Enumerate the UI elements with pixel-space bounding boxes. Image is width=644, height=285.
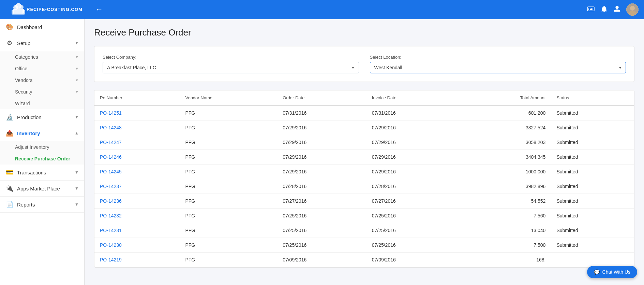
keyboard-icon[interactable] — [587, 5, 595, 15]
sidebar-sub-categories[interactable]: Categories ▼ — [0, 51, 84, 63]
po-number-cell[interactable]: PO-14219 — [94, 253, 180, 267]
po-number-cell[interactable]: PO-14230 — [94, 238, 180, 253]
back-button[interactable]: ← — [93, 4, 106, 15]
sidebar-item-dashboard[interactable]: 🎨 Dashboard — [0, 19, 84, 35]
location-label: Select Location: — [370, 55, 626, 60]
po-number-cell[interactable]: PO-14236 — [94, 194, 180, 209]
sidebar-label-apps: Apps Market Place — [17, 186, 60, 191]
po-number-cell[interactable]: PO-14246 — [94, 150, 180, 165]
table-row: PO-14245 PFG 07/29/2016 07/29/2016 1000.… — [94, 165, 634, 179]
adjust-inventory-label: Adjust Inventory — [15, 144, 49, 150]
table-row: PO-14230 PFG 07/25/2016 07/25/2016 7.500… — [94, 238, 634, 253]
sidebar-item-setup[interactable]: ⚙ Setup ▼ — [0, 35, 84, 51]
total-amount-cell: 3404.345 — [458, 150, 551, 165]
top-navigation: RECIPE-COSTING.COM ← — [0, 0, 644, 19]
total-amount-cell: 3327.524 — [458, 120, 551, 135]
svg-rect-14 — [590, 9, 592, 10]
sidebar-label-reports: Reports — [17, 202, 35, 208]
svg-rect-15 — [593, 9, 593, 10]
transactions-icon: 💳 — [5, 169, 14, 176]
svg-rect-10 — [590, 8, 590, 9]
col-invoice-date: Invoice Date — [366, 90, 458, 105]
sidebar-item-transactions[interactable]: 💳 Transactions ▼ — [0, 165, 84, 181]
invoice-date-cell: 07/25/2016 — [366, 209, 458, 223]
location-select-wrapper: West Kendall — [370, 62, 626, 73]
transactions-chevron-icon: ▼ — [75, 170, 79, 175]
po-number-cell[interactable]: PO-14232 — [94, 209, 180, 223]
sidebar-sub-security[interactable]: Security ▼ — [0, 86, 84, 98]
invoice-date-cell: 07/09/2016 — [366, 253, 458, 267]
vendors-chevron-icon: ▼ — [75, 78, 79, 82]
sidebar-sub-receive-po[interactable]: Receive Purchase Order — [0, 153, 84, 165]
sidebar-label-production: Production — [17, 114, 42, 120]
top-nav-right — [587, 3, 639, 16]
notification-bell-icon[interactable] — [600, 5, 608, 14]
inventory-chevron-icon: ▲ — [75, 131, 79, 136]
table-header: Po Number Vendor Name Order Date Invoice… — [94, 90, 634, 105]
sidebar-item-production[interactable]: 🔬 Production ▼ — [0, 109, 84, 125]
order-date-cell: 07/25/2016 — [277, 238, 366, 253]
table-row: PO-14231 PFG 07/25/2016 07/25/2016 13.04… — [94, 223, 634, 238]
svg-rect-13 — [588, 9, 589, 10]
po-number-cell[interactable]: PO-14251 — [94, 105, 180, 120]
po-number-cell[interactable]: PO-14237 — [94, 179, 180, 194]
sidebar-item-inventory[interactable]: 📥 Inventory ▲ — [0, 125, 84, 141]
reports-icon: 📄 — [5, 201, 14, 208]
company-select[interactable]: A Breakfast Place, LLC — [103, 62, 359, 73]
sidebar-sub-adjust-inventory[interactable]: Adjust Inventory — [0, 141, 84, 153]
total-amount-cell: 1000.000 — [458, 165, 551, 179]
page-title: Receive Purchase Order — [94, 27, 634, 38]
avatar[interactable] — [626, 3, 639, 16]
order-date-cell: 07/31/2016 — [277, 105, 366, 120]
order-date-cell: 07/29/2016 — [277, 150, 366, 165]
chat-label: Chat With Us — [602, 269, 630, 275]
total-amount-cell: 601.200 — [458, 105, 551, 120]
invoice-date-cell: 07/29/2016 — [366, 120, 458, 135]
sidebar-sub-wizard[interactable]: Wizard — [0, 98, 84, 109]
invoice-date-cell: 07/28/2016 — [366, 179, 458, 194]
company-label: Select Company: — [103, 55, 359, 60]
chat-button[interactable]: 💬 Chat With Us — [587, 266, 637, 278]
sidebar-item-reports[interactable]: 📄 Reports ▼ — [0, 197, 84, 213]
status-cell: Submitted — [551, 105, 634, 120]
sidebar-label-inventory: Inventory — [17, 130, 40, 136]
table-row: PO-14232 PFG 07/25/2016 07/25/2016 7.560… — [94, 209, 634, 223]
total-amount-cell: 3982.896 — [458, 179, 551, 194]
svg-rect-8 — [587, 7, 594, 11]
vendor-name-cell: PFG — [180, 223, 277, 238]
inventory-submenu: Adjust Inventory Receive Purchase Order — [0, 141, 84, 165]
svg-rect-1 — [12, 10, 14, 14]
main-layout: 🎨 Dashboard ⚙ Setup ▼ Categories ▼ Offic… — [0, 19, 644, 285]
categories-chevron-icon: ▼ — [75, 55, 79, 59]
order-date-cell: 07/28/2016 — [277, 179, 366, 194]
user-icon[interactable] — [613, 5, 621, 14]
invoice-date-cell: 07/25/2016 — [366, 238, 458, 253]
order-date-cell: 07/25/2016 — [277, 223, 366, 238]
table-row: PO-14237 PFG 07/28/2016 07/28/2016 3982.… — [94, 179, 634, 194]
sidebar-sub-office[interactable]: Office ▼ — [0, 63, 84, 74]
col-status: Status — [551, 90, 634, 105]
invoice-date-cell: 07/27/2016 — [366, 194, 458, 209]
invoice-date-cell: 07/31/2016 — [366, 105, 458, 120]
po-number-cell[interactable]: PO-14245 — [94, 165, 180, 179]
status-cell: Submitted — [551, 209, 634, 223]
po-table: Po Number Vendor Name Order Date Invoice… — [94, 90, 634, 267]
po-number-cell[interactable]: PO-14247 — [94, 135, 180, 150]
po-number-cell[interactable]: PO-14231 — [94, 223, 180, 238]
total-amount-cell: 7.560 — [458, 209, 551, 223]
sidebar-item-apps[interactable]: 🔌 Apps Market Place ▼ — [0, 181, 84, 197]
order-date-cell: 07/29/2016 — [277, 165, 366, 179]
setup-icon: ⚙ — [5, 39, 14, 47]
sidebar-label-setup: Setup — [17, 40, 30, 46]
sidebar-sub-vendors[interactable]: Vendors ▼ — [0, 74, 84, 86]
wizard-label: Wizard — [15, 101, 30, 106]
production-icon: 🔬 — [5, 113, 14, 121]
invoice-date-cell: 07/25/2016 — [366, 223, 458, 238]
po-number-cell[interactable]: PO-14248 — [94, 120, 180, 135]
svg-rect-9 — [588, 8, 589, 9]
col-total-amount: Total Amount — [458, 90, 551, 105]
table-row: PO-14248 PFG 07/29/2016 07/29/2016 3327.… — [94, 120, 634, 135]
location-select[interactable]: West Kendall — [370, 62, 626, 73]
header-row: Po Number Vendor Name Order Date Invoice… — [94, 90, 634, 105]
svg-rect-2 — [23, 10, 25, 14]
